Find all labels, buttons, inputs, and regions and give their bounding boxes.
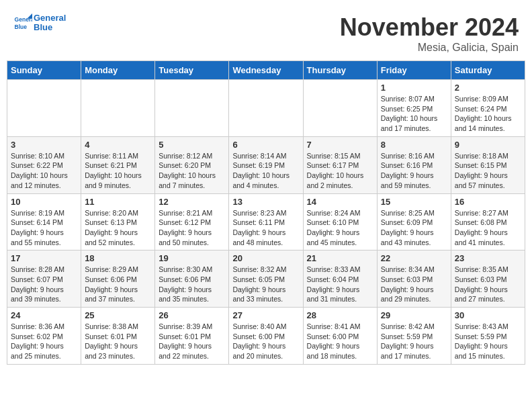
calendar-cell (303, 80, 377, 137)
month-title: November 2024 (340, 13, 519, 42)
day-number: 6 (232, 140, 299, 150)
day-number: 21 (307, 253, 373, 263)
day-number: 8 (381, 140, 447, 150)
day-number: 3 (11, 140, 77, 150)
day-info: Sunrise: 8:07 AMSunset: 6:25 PMDaylight:… (381, 94, 447, 134)
day-info: Sunrise: 8:30 AMSunset: 6:06 PMDaylight:… (159, 265, 225, 304)
col-header-monday: Monday (81, 61, 155, 80)
calendar-cell (7, 80, 81, 137)
calendar-cell: 1Sunrise: 8:07 AMSunset: 6:25 PMDaylight… (377, 80, 451, 137)
calendar-cell: 29Sunrise: 8:42 AMSunset: 5:59 PMDayligh… (377, 308, 451, 365)
logo: General Blue General Blue (13, 13, 66, 33)
calendar-week-row: 3Sunrise: 8:10 AMSunset: 6:22 PMDaylight… (7, 136, 525, 193)
calendar-week-row: 17Sunrise: 8:28 AMSunset: 6:07 PMDayligh… (7, 250, 525, 308)
day-info: Sunrise: 8:24 AMSunset: 6:10 PMDaylight:… (307, 208, 373, 248)
day-number: 17 (11, 253, 77, 263)
day-number: 5 (159, 140, 225, 150)
calendar-cell: 7Sunrise: 8:15 AMSunset: 6:17 PMDaylight… (303, 136, 377, 193)
calendar-cell: 2Sunrise: 8:09 AMSunset: 6:24 PMDaylight… (451, 80, 525, 137)
calendar-cell (81, 80, 155, 137)
calendar-cell: 10Sunrise: 8:19 AMSunset: 6:14 PMDayligh… (7, 193, 81, 250)
calendar-cell: 16Sunrise: 8:27 AMSunset: 6:08 PMDayligh… (451, 193, 525, 250)
day-number: 12 (159, 197, 225, 207)
calendar-cell (229, 80, 303, 137)
calendar-cell: 23Sunrise: 8:35 AMSunset: 6:03 PMDayligh… (451, 250, 525, 308)
svg-text:Blue: Blue (15, 24, 28, 30)
day-info: Sunrise: 8:29 AMSunset: 6:06 PMDaylight:… (85, 265, 151, 304)
day-info: Sunrise: 8:12 AMSunset: 6:20 PMDaylight:… (159, 151, 225, 191)
day-info: Sunrise: 8:09 AMSunset: 6:24 PMDaylight:… (455, 94, 521, 134)
calendar-cell: 12Sunrise: 8:21 AMSunset: 6:12 PMDayligh… (155, 193, 229, 250)
location-subtitle: Mesia, Galicia, Spain (340, 42, 519, 54)
day-info: Sunrise: 8:36 AMSunset: 6:02 PMDaylight:… (11, 322, 77, 361)
calendar-cell: 28Sunrise: 8:41 AMSunset: 6:00 PMDayligh… (303, 308, 377, 365)
calendar-cell: 18Sunrise: 8:29 AMSunset: 6:06 PMDayligh… (81, 250, 155, 308)
day-number: 11 (85, 197, 151, 207)
calendar-cell: 25Sunrise: 8:38 AMSunset: 6:01 PMDayligh… (81, 308, 155, 365)
day-info: Sunrise: 8:18 AMSunset: 6:15 PMDaylight:… (455, 151, 521, 191)
calendar-cell: 24Sunrise: 8:36 AMSunset: 6:02 PMDayligh… (7, 308, 81, 365)
day-info: Sunrise: 8:15 AMSunset: 6:17 PMDaylight:… (307, 151, 373, 191)
day-number: 29 (381, 310, 447, 320)
col-header-saturday: Saturday (451, 61, 525, 80)
calendar-cell (155, 80, 229, 137)
day-number: 16 (455, 197, 521, 207)
day-number: 15 (381, 197, 447, 207)
day-info: Sunrise: 8:16 AMSunset: 6:16 PMDaylight:… (381, 151, 447, 191)
calendar-cell: 17Sunrise: 8:28 AMSunset: 6:07 PMDayligh… (7, 250, 81, 308)
title-block: November 2024 Mesia, Galicia, Spain (340, 13, 519, 54)
day-number: 2 (455, 83, 521, 93)
day-info: Sunrise: 8:34 AMSunset: 6:03 PMDaylight:… (381, 265, 447, 304)
calendar-cell: 30Sunrise: 8:43 AMSunset: 5:59 PMDayligh… (451, 308, 525, 365)
day-info: Sunrise: 8:10 AMSunset: 6:22 PMDaylight:… (11, 151, 77, 191)
calendar-table: SundayMondayTuesdayWednesdayThursdayFrid… (7, 60, 525, 365)
day-number: 14 (307, 197, 373, 207)
calendar-week-row: 24Sunrise: 8:36 AMSunset: 6:02 PMDayligh… (7, 308, 525, 365)
day-number: 10 (11, 197, 77, 207)
day-info: Sunrise: 8:23 AMSunset: 6:11 PMDaylight:… (232, 208, 299, 248)
calendar-cell: 4Sunrise: 8:11 AMSunset: 6:21 PMDaylight… (81, 136, 155, 193)
day-info: Sunrise: 8:25 AMSunset: 6:09 PMDaylight:… (381, 208, 447, 248)
calendar-cell: 9Sunrise: 8:18 AMSunset: 6:15 PMDaylight… (451, 136, 525, 193)
day-info: Sunrise: 8:21 AMSunset: 6:12 PMDaylight:… (159, 208, 225, 248)
calendar-cell: 21Sunrise: 8:33 AMSunset: 6:04 PMDayligh… (303, 250, 377, 308)
day-number: 13 (232, 197, 299, 207)
logo-text-line2: Blue (34, 23, 66, 32)
col-header-thursday: Thursday (303, 61, 377, 80)
day-info: Sunrise: 8:42 AMSunset: 5:59 PMDaylight:… (381, 322, 447, 361)
logo-icon: General Blue (13, 13, 32, 32)
calendar-cell: 22Sunrise: 8:34 AMSunset: 6:03 PMDayligh… (377, 250, 451, 308)
calendar-cell: 13Sunrise: 8:23 AMSunset: 6:11 PMDayligh… (229, 193, 303, 250)
day-number: 25 (85, 310, 151, 320)
calendar-header-row: SundayMondayTuesdayWednesdayThursdayFrid… (7, 61, 525, 80)
day-number: 7 (307, 140, 373, 150)
day-number: 1 (381, 83, 447, 93)
day-info: Sunrise: 8:28 AMSunset: 6:07 PMDaylight:… (11, 265, 77, 304)
col-header-wednesday: Wednesday (229, 61, 303, 80)
col-header-friday: Friday (377, 61, 451, 80)
calendar-week-row: 10Sunrise: 8:19 AMSunset: 6:14 PMDayligh… (7, 193, 525, 250)
day-number: 19 (159, 253, 225, 263)
day-number: 9 (455, 140, 521, 150)
day-number: 4 (85, 140, 151, 150)
calendar-cell: 27Sunrise: 8:40 AMSunset: 6:00 PMDayligh… (229, 308, 303, 365)
calendar-cell: 5Sunrise: 8:12 AMSunset: 6:20 PMDaylight… (155, 136, 229, 193)
day-number: 18 (85, 253, 151, 263)
day-number: 28 (307, 310, 373, 320)
calendar-cell: 6Sunrise: 8:14 AMSunset: 6:19 PMDaylight… (229, 136, 303, 193)
day-info: Sunrise: 8:33 AMSunset: 6:04 PMDaylight:… (307, 265, 373, 304)
day-info: Sunrise: 8:19 AMSunset: 6:14 PMDaylight:… (11, 208, 77, 248)
calendar-cell: 11Sunrise: 8:20 AMSunset: 6:13 PMDayligh… (81, 193, 155, 250)
calendar-cell: 20Sunrise: 8:32 AMSunset: 6:05 PMDayligh… (229, 250, 303, 308)
calendar-cell: 15Sunrise: 8:25 AMSunset: 6:09 PMDayligh… (377, 193, 451, 250)
day-number: 27 (232, 310, 299, 320)
day-number: 30 (455, 310, 521, 320)
calendar-cell: 26Sunrise: 8:39 AMSunset: 6:01 PMDayligh… (155, 308, 229, 365)
day-info: Sunrise: 8:32 AMSunset: 6:05 PMDaylight:… (232, 265, 299, 304)
day-info: Sunrise: 8:41 AMSunset: 6:00 PMDaylight:… (307, 322, 373, 361)
day-info: Sunrise: 8:11 AMSunset: 6:21 PMDaylight:… (85, 151, 151, 191)
calendar-cell: 19Sunrise: 8:30 AMSunset: 6:06 PMDayligh… (155, 250, 229, 308)
day-info: Sunrise: 8:20 AMSunset: 6:13 PMDaylight:… (85, 208, 151, 248)
col-header-sunday: Sunday (7, 61, 81, 80)
logo-text-line1: General (34, 13, 66, 23)
